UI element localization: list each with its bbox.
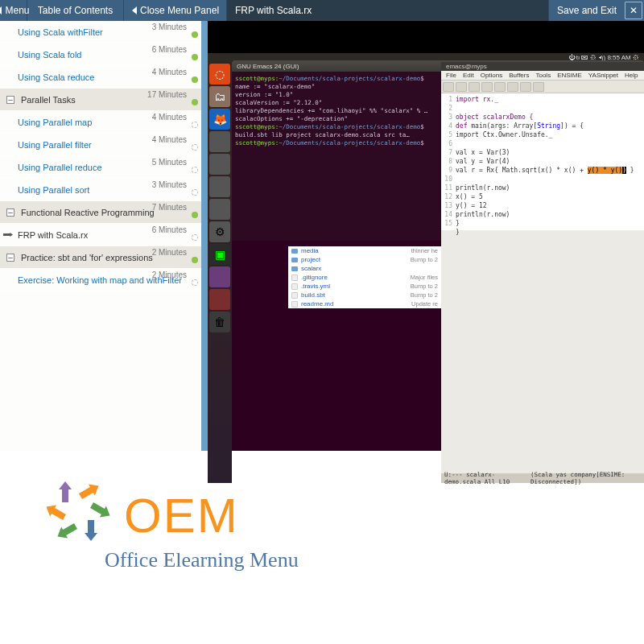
app-icon[interactable] bbox=[209, 289, 230, 310]
toc-item[interactable]: Exercise: Working with map and withFilte… bbox=[0, 269, 204, 291]
toolbar-icon[interactable] bbox=[533, 82, 544, 92]
brand-logo: OEM Office Elearning Menu bbox=[40, 479, 362, 572]
toolbar-icon[interactable] bbox=[469, 82, 480, 92]
close-menu-panel-button[interactable]: Close Menu Panel bbox=[124, 0, 227, 21]
app-icon[interactable] bbox=[209, 199, 230, 220]
file-icon bbox=[291, 292, 298, 299]
toolbar-icon[interactable] bbox=[481, 82, 493, 92]
toc-item[interactable]: FRP with Scala.rx6 Minutes bbox=[0, 224, 204, 246]
status-loading-icon bbox=[192, 279, 198, 286]
toc-item[interactable]: Using Scala fold6 Minutes bbox=[0, 43, 204, 66]
toc-item[interactable]: Using Parallel filter4 Minutes bbox=[0, 134, 204, 156]
table-of-contents[interactable]: Using Scala withFilter3 MinutesUsing Sca… bbox=[0, 21, 208, 451]
folder-icon bbox=[291, 249, 298, 254]
close-button[interactable]: ✕ bbox=[625, 2, 642, 19]
undo-icon[interactable] bbox=[520, 82, 531, 92]
terminal-icon[interactable]: ▣ bbox=[209, 244, 230, 265]
toc-item[interactable]: Using Parallel sort3 Minutes bbox=[0, 179, 204, 201]
menu-label: Menu bbox=[5, 5, 29, 16]
status-complete-icon bbox=[192, 54, 198, 60]
status-complete-icon bbox=[192, 212, 198, 218]
file-row[interactable]: readme.mdUpdate re bbox=[288, 299, 441, 308]
emacs-window: emacs@myps FileEditOptionsBuffersToolsEN… bbox=[441, 62, 644, 483]
menu-item[interactable]: YASnippet bbox=[588, 72, 618, 79]
menu-item[interactable]: File bbox=[446, 72, 456, 79]
save-and-exit-button[interactable]: Save and Exit bbox=[548, 0, 625, 21]
terminal-window[interactable]: sscott@myps:~/Documents/scala-projects/s… bbox=[232, 72, 441, 241]
file-row[interactable]: .travis.ymlBump to 2 bbox=[288, 282, 441, 291]
status-loading-icon bbox=[192, 144, 198, 151]
emacs-menubar[interactable]: FileEditOptionsBuffersToolsENSIMEYASnipp… bbox=[441, 71, 644, 80]
app-icon[interactable] bbox=[209, 176, 230, 197]
status-loading-icon bbox=[192, 167, 198, 173]
status-complete-icon bbox=[192, 31, 198, 38]
toc-item[interactable]: Using Scala withFilter3 Minutes bbox=[0, 21, 204, 43]
emacs-titlebar: emacs@myps bbox=[441, 62, 644, 71]
file-row[interactable]: .gitignoreMajor files bbox=[288, 273, 441, 282]
files-icon[interactable]: 🗂 bbox=[209, 86, 230, 107]
file-icon bbox=[291, 301, 298, 308]
code-editor[interactable]: 123456789101112131415 import rx._ object… bbox=[441, 93, 644, 230]
toc-section[interactable]: –Parallel Tasks17 Minutes bbox=[0, 89, 204, 111]
toc-duration: 5 Minutes bbox=[152, 158, 187, 167]
menu-item[interactable]: Buffers bbox=[509, 72, 529, 79]
collapse-icon[interactable]: – bbox=[6, 208, 14, 217]
toc-title: Table of Contents bbox=[27, 0, 124, 21]
toolbar-icon[interactable] bbox=[456, 82, 467, 92]
settings-icon[interactable]: ⚙ bbox=[209, 221, 230, 242]
toc-duration: 4 Minutes bbox=[152, 135, 187, 144]
toc-duration: 4 Minutes bbox=[152, 113, 187, 122]
collapse-icon[interactable]: – bbox=[6, 96, 14, 104]
file-row[interactable]: projectBump to 2 bbox=[288, 255, 441, 264]
toolbar-icon[interactable] bbox=[494, 82, 506, 92]
status-loading-icon bbox=[192, 234, 198, 241]
menu-item[interactable]: Options bbox=[481, 72, 503, 79]
folder-icon bbox=[291, 266, 298, 271]
chevron-left-icon bbox=[132, 6, 137, 14]
trash-icon[interactable]: 🗑 bbox=[209, 312, 230, 332]
lesson-title: FRP with Scala.rx bbox=[227, 0, 548, 21]
toc-item[interactable]: Using Parallel map4 Minutes bbox=[0, 111, 204, 134]
file-icon bbox=[291, 283, 298, 290]
toc-section[interactable]: –Functional Reactive Programming7 Minute… bbox=[0, 201, 204, 224]
emacs-toolbar[interactable] bbox=[441, 80, 644, 93]
toc-duration: 7 Minutes bbox=[152, 203, 187, 212]
brand-name: OEM bbox=[124, 488, 239, 543]
menu-item[interactable]: Help bbox=[625, 72, 638, 79]
video-frame: ⏻ tı ✉ ⚙ ◀)) 8:55 AM ⚙ ◌ 🗂 🦊 ⚙ ▣ 🗑 bbox=[208, 53, 644, 451]
toc-item[interactable]: Using Scala reduce4 Minutes bbox=[0, 66, 204, 89]
toc-duration: 17 Minutes bbox=[147, 90, 187, 99]
toc-item[interactable]: Using Parallel reduce5 Minutes bbox=[0, 156, 204, 179]
menu-item[interactable]: ENSIME bbox=[557, 72, 582, 79]
ubuntu-launcher: ◌ 🗂 🦊 ⚙ ▣ 🗑 bbox=[208, 62, 232, 483]
toc-section[interactable]: –Practice: sbt and 'for' expressions2 Mi… bbox=[0, 246, 204, 269]
menu-back-button[interactable]: Menu bbox=[0, 0, 27, 21]
file-row[interactable]: build.sbtBump to 2 bbox=[288, 291, 441, 299]
file-row[interactable]: mediathinner he bbox=[288, 246, 441, 255]
status-loading-icon bbox=[192, 189, 198, 196]
ubuntu-dash-icon[interactable]: ◌ bbox=[209, 64, 230, 85]
arrows-logo-icon bbox=[40, 479, 113, 551]
toc-duration: 3 Minutes bbox=[152, 23, 187, 31]
app-icon[interactable] bbox=[209, 154, 230, 175]
file-icon bbox=[291, 275, 298, 281]
toolbar-icon[interactable] bbox=[443, 82, 454, 92]
close-icon: ✕ bbox=[630, 5, 638, 16]
collapse-icon[interactable]: – bbox=[6, 254, 14, 262]
file-row[interactable]: scalarx bbox=[288, 264, 441, 273]
menu-item[interactable]: Edit bbox=[463, 72, 474, 79]
toc-duration: 6 Minutes bbox=[152, 225, 187, 234]
status-complete-icon bbox=[192, 76, 198, 83]
emacs-icon[interactable] bbox=[209, 266, 230, 287]
toc-duration: 3 Minutes bbox=[152, 180, 187, 189]
lesson-viewport: ⏻ tı ✉ ⚙ ◀)) 8:55 AM ⚙ ◌ 🗂 🦊 ⚙ ▣ 🗑 bbox=[208, 21, 644, 451]
emacs-statusbar: U:--- scalarx-demo.scala All L10 (Scala … bbox=[441, 473, 644, 483]
toolbar-icon[interactable] bbox=[507, 82, 518, 92]
app-icon[interactable] bbox=[209, 131, 230, 152]
toc-duration: 2 Minutes bbox=[152, 248, 187, 257]
line-gutter: 123456789101112131415 bbox=[441, 95, 452, 228]
menu-item[interactable]: Tools bbox=[535, 72, 551, 79]
firefox-icon[interactable]: 🦊 bbox=[209, 109, 230, 130]
status-complete-icon bbox=[192, 257, 198, 263]
elearning-player: Menu Table of Contents Close Menu Panel … bbox=[0, 0, 644, 451]
